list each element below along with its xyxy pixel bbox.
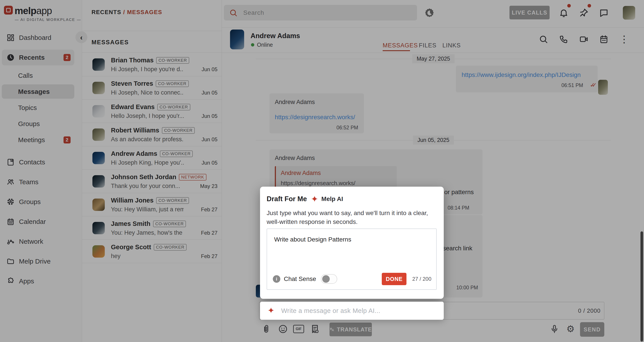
draft-textarea[interactable]: Write about Design Patterns i Chat Sense… [267,229,437,290]
draft-for-me-modal: Draft For Me ✦ Melp AI Just type what yo… [260,187,444,299]
draft-text-value: Write about Design Patterns [274,236,351,243]
highlighted-message-input[interactable]: ✦ Write a message or ask Melp AI... [260,302,444,320]
done-button[interactable]: DONE [382,273,406,285]
chat-sense-label: Chat Sense [284,276,316,283]
draft-character-counter: 27 / 200 [412,276,432,282]
chat-sense-toggle[interactable] [321,274,337,284]
draft-footer: i Chat Sense DONE 27 / 200 [273,273,432,285]
toggle-knob [322,275,330,283]
modal-title: Draft For Me [267,195,307,203]
modal-title-row: Draft For Me ✦ Melp AI [267,195,343,203]
melp-ai-sparkle-icon: ✦ [268,306,274,315]
message-input-placeholder: Write a message or ask Melp AI... [281,307,380,315]
melp-ai-sparkle-icon: ✦ [311,195,318,203]
modal-description: Just type what you want to say, and we'l… [267,209,430,226]
melp-ai-label: Melp AI [321,195,343,203]
info-icon[interactable]: i [273,275,280,283]
